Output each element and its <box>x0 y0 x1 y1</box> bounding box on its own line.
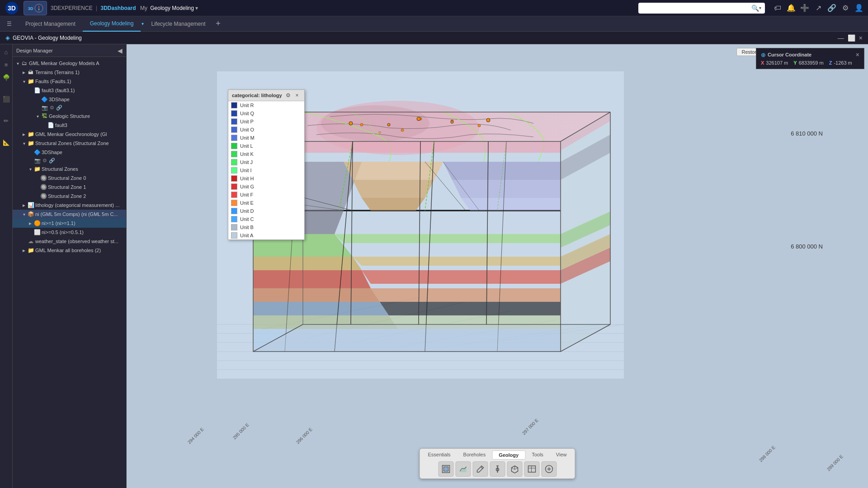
swatch-unit-m <box>231 135 237 141</box>
bookmark-icon[interactable]: 🏷 <box>772 3 783 14</box>
left-icon-pick[interactable]: ✏ <box>1 116 11 126</box>
legend-close-icon[interactable]: × <box>293 92 301 99</box>
btab-view[interactable]: View <box>550 450 573 460</box>
search-input[interactable] <box>642 5 751 11</box>
btab-essentials[interactable]: Essentials <box>421 450 457 460</box>
btool-surfaces[interactable] <box>455 461 471 477</box>
left-icon-home[interactable]: ⌂ <box>1 47 11 57</box>
swatch-unit-g <box>231 183 237 190</box>
label-terrains: Terrains (Terrains 1) <box>35 70 80 75</box>
arrow-faults[interactable]: ▾ <box>21 79 27 84</box>
arrow-boreholes[interactable]: ► <box>21 248 27 253</box>
search-dropdown-icon[interactable]: ▾ <box>759 5 761 10</box>
tree-item-geologic-structure[interactable]: ▾ 🏗 Geologic Structure <box>13 112 126 121</box>
tree-item-lithology[interactable]: ► 📊 lithology (categorical measurement) … <box>13 201 126 210</box>
search-bar: 🔍 ▾ <box>638 3 765 14</box>
cursor-coord-close[interactable]: × <box>856 51 859 58</box>
tree-item-ni1[interactable]: ► 🟠 ni>=1 (ni>=1.1) <box>13 219 126 228</box>
restore-panel-icon[interactable]: ⬜ <box>848 34 855 42</box>
btool-drill[interactable] <box>490 461 505 477</box>
3dshape2-icon1[interactable]: 📷 <box>34 158 41 164</box>
minimize-icon[interactable]: — <box>838 34 844 42</box>
tree-item-weather[interactable]: ☁ weather_state (observed weather st... <box>13 237 126 246</box>
arrow-structural-zones[interactable]: ▾ <box>21 141 27 146</box>
tree-item-sz1[interactable]: 🔘 Structural Zone 1 <box>13 183 126 192</box>
swatch-unit-f <box>231 192 237 198</box>
design-manager-panel: Design Manager ◀ ▾ 🗂 GML Menkar Geology … <box>13 44 127 488</box>
label-sz2: Structural Zone 2 <box>48 193 86 199</box>
arrow-gml-geo[interactable]: ► <box>21 132 27 137</box>
arrow-gml-root[interactable]: ▾ <box>14 61 21 66</box>
tab-project-management[interactable]: Project Management <box>18 16 83 32</box>
user-icon[interactable]: 👤 <box>854 3 864 14</box>
tree-item-boreholes[interactable]: ► 📁 GML Menkar all boreholes (2) <box>13 246 126 255</box>
tree-item-gml-root[interactable]: ▾ 🗂 GML Menkar Geology Models A <box>13 59 126 68</box>
cursor-coordinate-panel: ⊕ Cursor Coordinate × X 326107 m Y 68339… <box>756 48 864 69</box>
btool-edit[interactable] <box>472 461 488 477</box>
arrow-sz-group[interactable]: ▾ <box>27 167 33 172</box>
btab-boreholes[interactable]: Boreholes <box>457 450 492 460</box>
btool-add[interactable] <box>541 461 557 477</box>
icon-lithology: 📊 <box>27 202 34 209</box>
3dshape-icon1[interactable]: 📷 <box>42 105 48 111</box>
search-icon[interactable]: 🔍 <box>751 5 759 12</box>
left-icon-tree[interactable]: 🌳 <box>1 72 11 82</box>
left-icon-cube[interactable]: ⬛ <box>1 94 11 104</box>
label-unit-p: Unit P <box>240 119 254 124</box>
sidebar-toggle[interactable]: ☰ <box>4 19 14 29</box>
arrow-ni1[interactable]: ► <box>27 221 33 226</box>
tree-item-sz0[interactable]: 🔘 Structural Zone 0 <box>13 174 126 183</box>
arrow-lithology[interactable]: ► <box>21 203 27 208</box>
arrow-geologic-structure[interactable]: ▾ <box>34 114 41 119</box>
tree-item-3dshape[interactable]: 🔷 3DShape <box>13 95 126 104</box>
icon-sz-group: 📁 <box>33 165 41 173</box>
3dshape2-icon3[interactable]: 🔗 <box>49 158 55 164</box>
btool-box[interactable] <box>507 461 522 477</box>
tree-item-fault3-leaf[interactable]: 📄 fault3 <box>13 121 126 130</box>
viewport[interactable]: categorical: lithology ⚙ × Unit R Unit Q <box>127 44 868 488</box>
tree-item-faults[interactable]: ▾ 📁 Faults (Faults.1) <box>13 77 126 86</box>
dashboard-label[interactable]: 3DDashboard <box>101 5 136 11</box>
e-label-4: 297 000 E <box>521 418 539 436</box>
plus-icon[interactable]: ➕ <box>799 3 810 14</box>
share-icon[interactable]: ↗ <box>813 3 824 14</box>
add-tab-button[interactable]: + <box>213 19 224 29</box>
tree-item-ni-gml[interactable]: ▾ 📦 ni (GML 5m Comps) (ni (GML 5m C... <box>13 210 126 219</box>
label-gml-geo: GML Menkar Geochronology (Gl <box>35 131 107 137</box>
left-icon-layers[interactable]: ≡ <box>1 60 11 70</box>
dm-collapse-icon[interactable]: ◀ <box>118 47 123 54</box>
tree-item-ni05[interactable]: ⬜ ni>=0.5 (ni>=0.5.1) <box>13 228 126 237</box>
tree-item-structural-zones[interactable]: ▾ 📁 Structural Zones (Structural Zone <box>13 139 126 148</box>
btool-table[interactable] <box>524 461 539 477</box>
btab-geology[interactable]: Geology <box>492 450 525 460</box>
close-panel-icon[interactable]: × <box>859 34 863 42</box>
cursor-coord-header: ⊕ Cursor Coordinate × <box>761 51 859 58</box>
3dshape-icon2[interactable]: ⚙ <box>50 105 54 111</box>
legend-panel: categorical: lithology ⚙ × Unit R Unit Q <box>228 89 305 240</box>
dm-title: Design Manager <box>16 48 53 53</box>
tree-item-3dshape2[interactable]: 🔷 3DShape <box>13 148 126 157</box>
legend-item-unit-g: Unit G <box>228 183 304 191</box>
3dshape2-icon2[interactable]: ⚙ <box>42 158 47 164</box>
compass-button[interactable]: 3D <box>24 1 47 15</box>
connect-icon[interactable]: 🔗 <box>826 3 837 14</box>
tab-lifecycle-management[interactable]: Lifecycle Management <box>144 16 212 32</box>
arrow-terrains[interactable]: ► <box>21 70 27 75</box>
tab-geology-modeling[interactable]: Geology Modeling <box>83 16 141 32</box>
e-label-5: 298 000 E <box>758 445 776 463</box>
btab-tools[interactable]: Tools <box>525 450 550 460</box>
btool-block-model[interactable] <box>438 461 453 477</box>
settings-icon[interactable]: ⚙ <box>840 3 851 14</box>
3dshape-icon3[interactable]: 🔗 <box>56 105 62 111</box>
arrow-ni-gml[interactable]: ▾ <box>21 212 27 217</box>
svg-point-90 <box>349 122 353 125</box>
legend-settings-icon[interactable]: ⚙ <box>284 92 292 99</box>
tree-item-sz2[interactable]: 🔘 Structural Zone 2 <box>13 192 126 201</box>
tree-item-fault3[interactable]: 📄 fault3 (fault3.1) <box>13 86 126 95</box>
tree-item-terrains[interactable]: ► 🏔 Terrains (Terrains 1) <box>13 68 126 77</box>
tree-item-gml-geo[interactable]: ► 📁 GML Menkar Geochronology (Gl <box>13 130 126 139</box>
app-logo[interactable]: 3D <box>4 0 20 16</box>
left-icon-measure[interactable]: 📐 <box>1 137 11 147</box>
tree-item-sz-group[interactable]: ▾ 📁 Structural Zones <box>13 164 126 174</box>
bell-icon[interactable]: 🔔 <box>786 3 797 14</box>
